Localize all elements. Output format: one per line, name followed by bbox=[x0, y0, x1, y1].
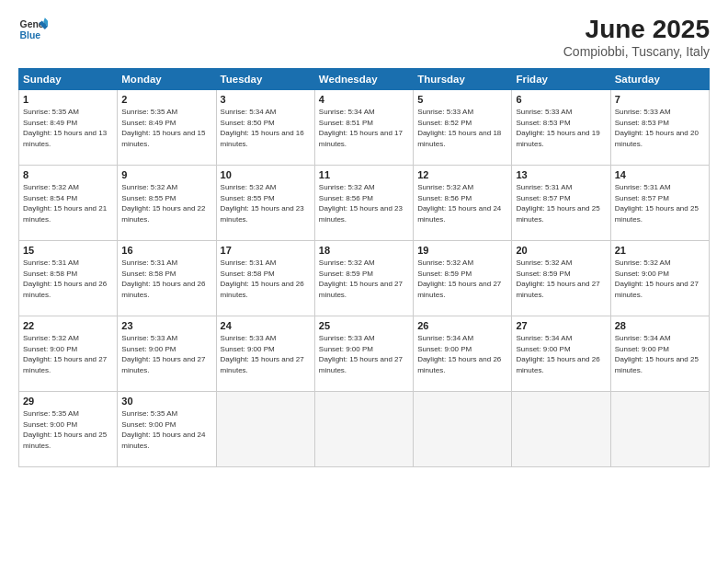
col-saturday: Saturday bbox=[610, 69, 709, 90]
day-info: Sunrise: 5:34 AMSunset: 9:00 PMDaylight:… bbox=[516, 333, 606, 375]
calendar-day-cell: 1Sunrise: 5:35 AMSunset: 8:49 PMDaylight… bbox=[19, 90, 118, 166]
day-number: 23 bbox=[121, 320, 211, 331]
col-monday: Monday bbox=[118, 69, 216, 90]
calendar-header-row: Sunday Monday Tuesday Wednesday Thursday… bbox=[19, 69, 710, 90]
day-number: 16 bbox=[121, 245, 211, 256]
calendar-week-row: 15Sunrise: 5:31 AMSunset: 8:58 PMDayligh… bbox=[19, 241, 710, 316]
day-info: Sunrise: 5:33 AMSunset: 9:00 PMDaylight:… bbox=[221, 333, 311, 375]
day-info: Sunrise: 5:32 AMSunset: 8:59 PMDaylight:… bbox=[417, 258, 507, 300]
logo: General Blue bbox=[18, 15, 48, 44]
col-wednesday: Wednesday bbox=[314, 69, 413, 90]
calendar-day-cell: 2Sunrise: 5:35 AMSunset: 8:49 PMDaylight… bbox=[118, 90, 216, 166]
day-info: Sunrise: 5:33 AMSunset: 8:52 PMDaylight:… bbox=[417, 107, 507, 149]
calendar-day-cell: 18Sunrise: 5:32 AMSunset: 8:59 PMDayligh… bbox=[314, 241, 413, 316]
day-number: 26 bbox=[417, 320, 507, 331]
day-info: Sunrise: 5:32 AMSunset: 8:54 PMDaylight:… bbox=[23, 182, 113, 224]
day-number: 6 bbox=[516, 94, 606, 105]
calendar-day-cell: 8Sunrise: 5:32 AMSunset: 8:54 PMDaylight… bbox=[19, 166, 118, 241]
day-info: Sunrise: 5:32 AMSunset: 8:59 PMDaylight:… bbox=[516, 258, 606, 300]
day-number: 5 bbox=[417, 94, 507, 105]
day-number: 3 bbox=[221, 94, 311, 105]
calendar-day-cell: 5Sunrise: 5:33 AMSunset: 8:52 PMDaylight… bbox=[414, 90, 512, 166]
day-number: 18 bbox=[319, 245, 409, 256]
calendar-day-cell: 15Sunrise: 5:31 AMSunset: 8:58 PMDayligh… bbox=[19, 241, 118, 316]
day-info: Sunrise: 5:34 AMSunset: 9:00 PMDaylight:… bbox=[417, 333, 507, 375]
day-info: Sunrise: 5:35 AMSunset: 8:49 PMDaylight:… bbox=[23, 107, 113, 149]
day-number: 12 bbox=[417, 169, 507, 180]
calendar-day-cell bbox=[216, 392, 314, 467]
day-info: Sunrise: 5:32 AMSunset: 8:55 PMDaylight:… bbox=[121, 182, 211, 224]
day-info: Sunrise: 5:33 AMSunset: 8:53 PMDaylight:… bbox=[516, 107, 606, 149]
day-number: 25 bbox=[319, 320, 409, 331]
day-number: 2 bbox=[121, 94, 211, 105]
month-year-title: June 2025 bbox=[563, 15, 710, 44]
calendar-day-cell: 24Sunrise: 5:33 AMSunset: 9:00 PMDayligh… bbox=[216, 316, 314, 392]
day-number: 14 bbox=[615, 169, 705, 180]
col-tuesday: Tuesday bbox=[216, 69, 314, 90]
day-info: Sunrise: 5:35 AMSunset: 9:00 PMDaylight:… bbox=[121, 408, 211, 451]
day-info: Sunrise: 5:32 AMSunset: 8:56 PMDaylight:… bbox=[319, 182, 409, 224]
calendar-day-cell: 7Sunrise: 5:33 AMSunset: 8:53 PMDaylight… bbox=[610, 90, 709, 166]
day-number: 10 bbox=[221, 169, 311, 180]
day-info: Sunrise: 5:32 AMSunset: 8:59 PMDaylight:… bbox=[319, 258, 409, 300]
day-number: 29 bbox=[23, 396, 113, 407]
calendar-day-cell: 4Sunrise: 5:34 AMSunset: 8:51 PMDaylight… bbox=[314, 90, 413, 166]
calendar-day-cell: 20Sunrise: 5:32 AMSunset: 8:59 PMDayligh… bbox=[512, 241, 610, 316]
day-info: Sunrise: 5:35 AMSunset: 9:00 PMDaylight:… bbox=[23, 408, 113, 451]
calendar-day-cell: 25Sunrise: 5:33 AMSunset: 9:00 PMDayligh… bbox=[314, 316, 413, 392]
day-number: 21 bbox=[615, 245, 705, 256]
col-thursday: Thursday bbox=[414, 69, 512, 90]
calendar-day-cell: 14Sunrise: 5:31 AMSunset: 8:57 PMDayligh… bbox=[610, 166, 709, 241]
calendar-day-cell: 12Sunrise: 5:32 AMSunset: 8:56 PMDayligh… bbox=[414, 166, 512, 241]
calendar-week-row: 22Sunrise: 5:32 AMSunset: 9:00 PMDayligh… bbox=[19, 316, 710, 392]
calendar-day-cell: 11Sunrise: 5:32 AMSunset: 8:56 PMDayligh… bbox=[314, 166, 413, 241]
day-number: 24 bbox=[221, 320, 311, 331]
col-sunday: Sunday bbox=[19, 69, 118, 90]
calendar-day-cell: 3Sunrise: 5:34 AMSunset: 8:50 PMDaylight… bbox=[216, 90, 314, 166]
page: General Blue June 2025 Compiobbi, Tuscan… bbox=[0, 0, 728, 563]
day-info: Sunrise: 5:32 AMSunset: 9:00 PMDaylight:… bbox=[615, 258, 705, 300]
day-info: Sunrise: 5:33 AMSunset: 9:00 PMDaylight:… bbox=[319, 333, 409, 375]
day-info: Sunrise: 5:31 AMSunset: 8:57 PMDaylight:… bbox=[516, 182, 606, 224]
day-info: Sunrise: 5:31 AMSunset: 8:58 PMDaylight:… bbox=[121, 258, 211, 300]
day-info: Sunrise: 5:34 AMSunset: 8:50 PMDaylight:… bbox=[221, 107, 311, 149]
day-info: Sunrise: 5:33 AMSunset: 9:00 PMDaylight:… bbox=[121, 333, 211, 375]
calendar-day-cell: 22Sunrise: 5:32 AMSunset: 9:00 PMDayligh… bbox=[19, 316, 118, 392]
calendar-day-cell: 16Sunrise: 5:31 AMSunset: 8:58 PMDayligh… bbox=[118, 241, 216, 316]
calendar-day-cell: 29Sunrise: 5:35 AMSunset: 9:00 PMDayligh… bbox=[19, 392, 118, 467]
logo-icon: General Blue bbox=[18, 15, 48, 44]
day-number: 13 bbox=[516, 169, 606, 180]
svg-text:Blue: Blue bbox=[20, 30, 41, 40]
day-number: 15 bbox=[23, 245, 113, 256]
day-info: Sunrise: 5:35 AMSunset: 8:49 PMDaylight:… bbox=[121, 107, 211, 149]
calendar-day-cell bbox=[512, 392, 610, 467]
calendar-day-cell: 9Sunrise: 5:32 AMSunset: 8:55 PMDaylight… bbox=[118, 166, 216, 241]
day-number: 4 bbox=[319, 94, 409, 105]
location-subtitle: Compiobbi, Tuscany, Italy bbox=[563, 44, 710, 59]
calendar-day-cell bbox=[610, 392, 709, 467]
day-info: Sunrise: 5:33 AMSunset: 8:53 PMDaylight:… bbox=[615, 107, 705, 149]
day-info: Sunrise: 5:32 AMSunset: 8:55 PMDaylight:… bbox=[221, 182, 311, 224]
calendar-week-row: 29Sunrise: 5:35 AMSunset: 9:00 PMDayligh… bbox=[19, 392, 710, 467]
day-number: 17 bbox=[221, 245, 311, 256]
day-number: 28 bbox=[615, 320, 705, 331]
day-number: 27 bbox=[516, 320, 606, 331]
calendar-day-cell: 26Sunrise: 5:34 AMSunset: 9:00 PMDayligh… bbox=[414, 316, 512, 392]
calendar-day-cell: 19Sunrise: 5:32 AMSunset: 8:59 PMDayligh… bbox=[414, 241, 512, 316]
calendar-day-cell: 23Sunrise: 5:33 AMSunset: 9:00 PMDayligh… bbox=[118, 316, 216, 392]
day-number: 11 bbox=[319, 169, 409, 180]
day-info: Sunrise: 5:31 AMSunset: 8:58 PMDaylight:… bbox=[23, 258, 113, 300]
calendar-day-cell bbox=[314, 392, 413, 467]
calendar-day-cell: 30Sunrise: 5:35 AMSunset: 9:00 PMDayligh… bbox=[118, 392, 216, 467]
calendar-day-cell: 10Sunrise: 5:32 AMSunset: 8:55 PMDayligh… bbox=[216, 166, 314, 241]
calendar-week-row: 8Sunrise: 5:32 AMSunset: 8:54 PMDaylight… bbox=[19, 166, 710, 241]
day-number: 8 bbox=[23, 169, 113, 180]
day-info: Sunrise: 5:34 AMSunset: 8:51 PMDaylight:… bbox=[319, 107, 409, 149]
calendar-day-cell: 28Sunrise: 5:34 AMSunset: 9:00 PMDayligh… bbox=[610, 316, 709, 392]
day-info: Sunrise: 5:31 AMSunset: 8:57 PMDaylight:… bbox=[615, 182, 705, 224]
day-info: Sunrise: 5:31 AMSunset: 8:58 PMDaylight:… bbox=[221, 258, 311, 300]
calendar-day-cell bbox=[414, 392, 512, 467]
day-info: Sunrise: 5:32 AMSunset: 9:00 PMDaylight:… bbox=[23, 333, 113, 375]
calendar-week-row: 1Sunrise: 5:35 AMSunset: 8:49 PMDaylight… bbox=[19, 90, 710, 166]
calendar-day-cell: 21Sunrise: 5:32 AMSunset: 9:00 PMDayligh… bbox=[610, 241, 709, 316]
